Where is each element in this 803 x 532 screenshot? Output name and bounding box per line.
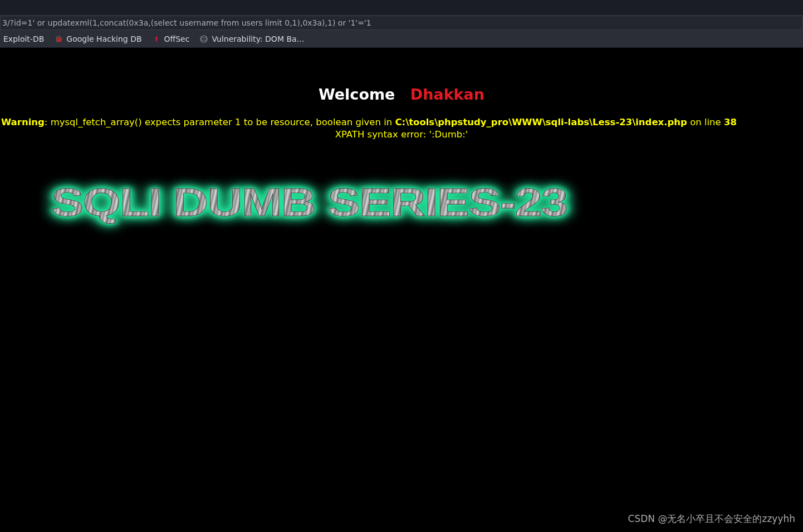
offsec-icon: [152, 35, 161, 43]
warning-filepath: C:\tools\phpstudy_pro\WWW\sqli-labs\Less…: [395, 117, 687, 127]
php-warning-line: Warning: mysql_fetch_array() expects par…: [1, 116, 802, 129]
window-titlebar: [0, 0, 803, 16]
series-banner: SQLI DUMB SERIES-23: [0, 175, 803, 230]
xpath-error-line: XPATH syntax error: ':Dumb:': [1, 129, 802, 141]
welcome-name: Dhakkan: [410, 86, 484, 103]
bookmark-label: Vulnerability: DOM Ba…: [212, 35, 304, 43]
bookmark-label: OffSec: [164, 35, 190, 43]
warning-line-number: 38: [724, 117, 737, 127]
address-bar[interactable]: [0, 16, 803, 30]
welcome-heading: Welcome Dhakkan: [0, 86, 803, 103]
url-input[interactable]: [2, 18, 801, 27]
svg-point-1: [200, 37, 207, 40]
warning-label: Warning: [1, 117, 45, 127]
bookmarks-bar: Exploit-DB 🐞 Google Hacking DB OffSec Vu…: [0, 30, 803, 48]
page-content: Welcome Dhakkan Warning: mysql_fetch_arr…: [0, 86, 803, 230]
bookmark-exploit-db[interactable]: Exploit-DB: [1, 33, 46, 45]
watermark: CSDN @无名小卒且不会安全的zzyyhh: [628, 513, 795, 525]
bug-icon: 🐞: [54, 35, 63, 43]
bookmark-vulnerability-dom[interactable]: Vulnerability: DOM Ba…: [197, 33, 306, 45]
warning-message: : mysql_fetch_array() expects parameter …: [45, 117, 395, 127]
php-error-block: Warning: mysql_fetch_array() expects par…: [0, 116, 803, 141]
svg-point-0: [200, 36, 207, 42]
banner-text: SQLI DUMB SERIES-23: [51, 179, 567, 224]
bookmark-label: Exploit-DB: [3, 35, 44, 43]
welcome-label: Welcome: [319, 86, 395, 103]
bookmark-offsec[interactable]: OffSec: [150, 33, 192, 45]
warning-online: on line: [687, 117, 724, 127]
bookmark-label: Google Hacking DB: [66, 35, 141, 43]
globe-icon: [199, 35, 208, 43]
bookmark-google-hacking-db[interactable]: 🐞 Google Hacking DB: [52, 33, 144, 45]
